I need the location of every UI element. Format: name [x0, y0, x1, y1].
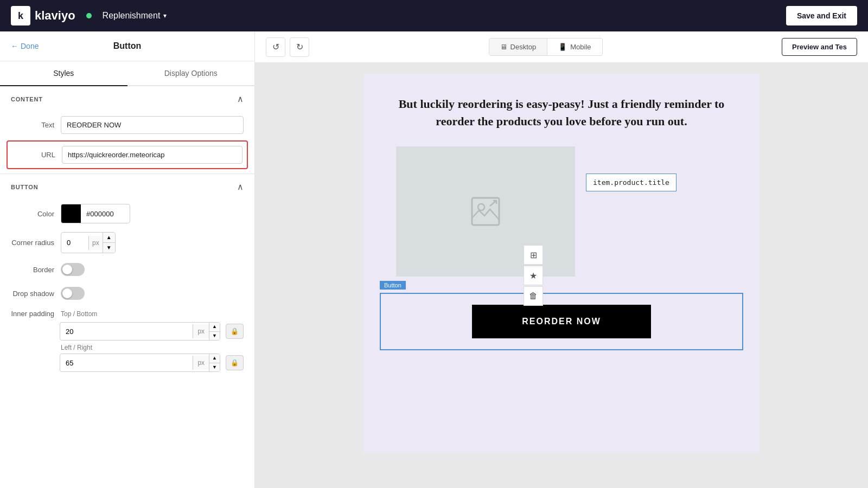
left-right-padding-input-group[interactable]: px ▲ ▼: [60, 354, 220, 372]
nav-left: k klaviyo Replenishment ▾: [11, 6, 167, 25]
favorites-button[interactable]: ★: [524, 266, 543, 285]
drop-shadow-toggle-slider: [61, 287, 85, 300]
email-preview: But luckily reordering is easy-peasy! Ju…: [363, 74, 760, 453]
border-row: Border: [0, 258, 254, 281]
color-value-input[interactable]: [81, 207, 130, 221]
corner-radius-spinner-buttons: ▲ ▼: [103, 233, 115, 253]
content-collapse-button[interactable]: ∧: [237, 94, 244, 104]
border-toggle-slider: [61, 263, 85, 276]
corner-radius-spinner[interactable]: px ▲ ▼: [61, 232, 116, 253]
drop-shadow-row: Drop shadow: [0, 281, 254, 305]
top-bottom-lock-button[interactable]: 🔒: [226, 324, 244, 339]
left-right-padding-input[interactable]: [60, 356, 193, 370]
editor-layout: ← Done Button Styles Display Options CON…: [0, 31, 868, 488]
left-panel: ← Done Button Styles Display Options CON…: [0, 31, 255, 488]
padding-section: px ▲ ▼ 🔒 Left / Right px: [0, 322, 254, 381]
logo-text: klaviyo: [35, 9, 75, 23]
drop-shadow-label: Drop shadow: [11, 290, 54, 298]
button-element-wrapper: Button REORDER NOW: [380, 293, 743, 350]
top-bottom-padding-up-button[interactable]: ▲: [209, 323, 220, 332]
text-field-row: Text: [0, 112, 254, 138]
url-label: URL: [12, 151, 55, 159]
toolbar-undo-redo: ↺ ↻: [266, 37, 309, 57]
top-bottom-padding-input-group[interactable]: px ▲ ▼: [60, 322, 220, 341]
border-label: Border: [11, 266, 54, 274]
chevron-down-icon: ▾: [163, 12, 167, 20]
image-placeholder-icon: [469, 195, 502, 228]
klaviyo-logo: k klaviyo: [11, 6, 75, 25]
status-dot-icon: [86, 13, 92, 18]
left-right-padding-up-button[interactable]: ▲: [209, 354, 220, 363]
save-exit-button[interactable]: Save and Exit: [786, 6, 857, 25]
corner-radius-label: Corner radius: [11, 239, 54, 247]
panel-content: CONTENT ∧ Text URL BUTTON ∧: [0, 86, 254, 488]
preview-heading: But luckily reordering is easy-peasy! Ju…: [396, 95, 727, 130]
corner-radius-down-button[interactable]: ▼: [103, 243, 115, 253]
delete-button[interactable]: 🗑: [524, 286, 543, 306]
arrow-left-icon: ←: [11, 42, 18, 50]
left-right-padding-unit: px: [193, 356, 209, 370]
logo-icon: k: [11, 6, 30, 25]
desktop-view-button[interactable]: 🖥 Desktop: [489, 38, 547, 55]
top-bottom-padding-unit: px: [193, 324, 209, 338]
left-right-padding-row: px ▲ ▼ 🔒: [11, 354, 244, 372]
color-row: Color: [0, 200, 254, 228]
undo-button[interactable]: ↺: [266, 37, 285, 57]
color-swatch-group[interactable]: [61, 204, 130, 223]
button-container: REORDER NOW: [380, 293, 743, 350]
top-bottom-padding-row: px ▲ ▼ 🔒: [11, 322, 244, 341]
preview-button[interactable]: Preview and Tes: [782, 38, 857, 56]
color-label: Color: [11, 210, 54, 218]
preview-text-section: But luckily reordering is easy-peasy! Ju…: [363, 74, 760, 141]
preview-product-section: item.product.title: [363, 141, 760, 282]
mobile-icon: 📱: [558, 43, 567, 51]
inner-padding-label: Inner padding: [11, 310, 54, 318]
svg-point-1: [478, 204, 484, 210]
left-right-lock-button[interactable]: 🔒: [226, 355, 244, 370]
panel-header: ← Done Button: [0, 31, 254, 61]
product-info: item.product.title: [586, 146, 676, 191]
reorder-now-button[interactable]: REORDER NOW: [472, 305, 651, 338]
url-input[interactable]: [62, 146, 242, 164]
corner-radius-input[interactable]: [61, 235, 88, 250]
url-field-row: URL: [12, 146, 242, 164]
redo-button[interactable]: ↻: [290, 37, 309, 57]
mini-toolbar: ⊞ ★ 🗑: [524, 245, 543, 306]
right-area: ↺ ↻ 🖥 Desktop 📱 Mobile Preview and Tes: [255, 31, 868, 488]
top-nav: k klaviyo Replenishment ▾ Save and Exit: [0, 0, 868, 31]
button-collapse-button[interactable]: ∧: [237, 182, 244, 192]
corner-radius-up-button[interactable]: ▲: [103, 233, 115, 243]
corner-radius-unit: px: [88, 236, 103, 250]
top-bottom-sublabel: Top / Bottom: [61, 310, 97, 318]
top-bottom-padding-down-button[interactable]: ▼: [209, 332, 220, 341]
view-toggle: 🖥 Desktop 📱 Mobile: [489, 38, 603, 56]
mobile-view-button[interactable]: 📱 Mobile: [547, 38, 602, 55]
color-swatch[interactable]: [61, 204, 81, 223]
top-bottom-padding-input[interactable]: [60, 324, 193, 339]
product-title-tag: item.product.title: [586, 174, 676, 191]
panel-title: Button: [113, 41, 142, 51]
content-section-header: CONTENT ∧: [0, 86, 254, 112]
product-image-placeholder: [396, 146, 575, 277]
border-toggle[interactable]: [61, 263, 85, 276]
drop-shadow-toggle[interactable]: [61, 287, 85, 300]
button-section-header: BUTTON ∧: [0, 174, 254, 200]
corner-radius-row: Corner radius px ▲ ▼: [0, 228, 254, 258]
left-right-padding-down-button[interactable]: ▼: [209, 363, 220, 372]
panel-tabs: Styles Display Options: [0, 61, 254, 86]
inner-padding-row: Inner padding Top / Bottom: [0, 305, 254, 322]
tab-display-options[interactable]: Display Options: [127, 61, 255, 86]
flow-name[interactable]: Replenishment ▾: [103, 11, 167, 21]
tab-styles[interactable]: Styles: [0, 61, 127, 86]
canvas-toolbar: ↺ ↻ 🖥 Desktop 📱 Mobile Preview and Tes: [255, 31, 868, 63]
desktop-icon: 🖥: [500, 43, 507, 51]
done-button[interactable]: ← Done: [11, 42, 39, 50]
button-label-tag: Button: [380, 281, 406, 290]
left-right-sublabel-row: Left / Right: [11, 344, 244, 351]
url-row-highlight: URL: [7, 140, 248, 169]
text-input[interactable]: [61, 116, 244, 134]
button-element-section: Button REORDER NOW: [363, 282, 760, 367]
layers-button[interactable]: ⊞: [524, 245, 543, 265]
text-label: Text: [11, 121, 54, 129]
canvas-area: ⊞ ★ 🗑 But luckily reordering is easy-pea…: [255, 63, 868, 488]
